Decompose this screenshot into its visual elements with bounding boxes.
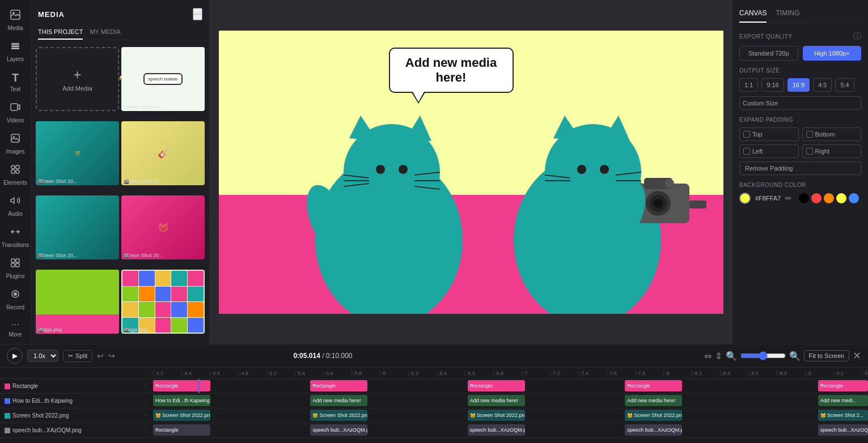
track-lock-icon[interactable]: ⋮ — [143, 427, 149, 433]
clip[interactable]: Rectangle — [310, 380, 367, 391]
tab-canvas[interactable]: CANVAS — [739, 7, 767, 23]
eyedropper-button[interactable]: ✏ — [784, 194, 793, 203]
media-more-button[interactable]: ··· — [193, 8, 202, 20]
track-content-image[interactable]: 🐱Screen Shot 2022.png 🐱Screen Shot 2022.… — [153, 408, 868, 423]
padding-bottom-button[interactable]: Bottom — [802, 127, 862, 141]
track-color-icon — [5, 384, 10, 389]
size-5-4[interactable]: 5:4 — [835, 78, 854, 92]
media-item-6[interactable]: 🎬 image.png — [36, 270, 119, 334]
tab-my-media[interactable]: MY MEDIA — [90, 25, 120, 40]
clip[interactable]: speech bub...XAzOQM.png — [468, 424, 525, 436]
color-dot-orange[interactable] — [824, 193, 834, 203]
output-size-label: OUTPUT SIZE — [739, 67, 861, 74]
speed-select[interactable]: 1.0x 0.5x 1.5x 2.0x — [27, 350, 58, 362]
clip[interactable]: 🐱Screen Shot 2022.png — [625, 410, 682, 421]
sidebar-item-plugins[interactable]: Plugins — [0, 253, 31, 284]
tab-timing[interactable]: TIMING — [776, 7, 799, 23]
svg-point-30 — [600, 165, 609, 174]
track-content-text[interactable]: How to Edi...th Kapwing Add new media he… — [153, 394, 868, 408]
clip[interactable]: How to Edi...th Kapwing — [153, 395, 210, 406]
high-1080p-button[interactable]: High 1080p+ — [803, 46, 862, 61]
bg-color-swatch[interactable] — [739, 193, 751, 204]
clip[interactable]: Rectangle — [818, 380, 868, 391]
svg-rect-4 — [11, 48, 19, 49]
transitions-icon — [10, 226, 21, 240]
size-16-9[interactable]: 16:9 — [787, 78, 810, 92]
custom-size-button[interactable]: Custom Size — [739, 96, 861, 110]
close-timeline-button[interactable]: ✕ — [853, 350, 861, 362]
clip[interactable]: speech bub...XAzOQM.png — [625, 424, 682, 436]
sidebar-item-layers[interactable]: Layers — [0, 36, 31, 67]
size-4-5[interactable]: 4:5 — [813, 78, 832, 92]
undo-button[interactable]: ↩ — [97, 351, 104, 360]
audio-icon — [10, 195, 21, 209]
sidebar-item-audio[interactable]: Audio — [0, 190, 31, 222]
sidebar-item-videos[interactable]: Videos — [0, 97, 31, 128]
track-content-rectangle-1[interactable]: Rectangle Rectangle Rectangle Rectangle … — [153, 379, 868, 393]
svg-point-36 — [654, 199, 663, 208]
clip[interactable]: 🐱Screen Shot 2... — [818, 410, 868, 421]
clip[interactable]: Rectangle — [625, 380, 682, 391]
background-color-label: BACKGROUND COLOR — [739, 182, 861, 188]
remove-padding-button[interactable]: Remove Padding — [739, 161, 861, 175]
clip[interactable]: Rectangle — [153, 424, 210, 436]
clip[interactable]: Add new media here! — [468, 395, 525, 406]
padding-top-button[interactable]: Top — [739, 127, 799, 141]
padding-top-checkbox — [743, 131, 750, 138]
standard-720p-button[interactable]: Standard 720p — [739, 46, 798, 61]
track-content-speech[interactable]: Rectangle speech bub...XAzOQM.png speech… — [153, 423, 868, 437]
media-item-3[interactable]: 🎸 🎬 Screen Shot 20... — [121, 121, 205, 185]
play-button[interactable]: ▶ — [7, 348, 23, 364]
media-item-speech-bubble[interactable]: speech bubble speech bubble i... — [121, 47, 205, 111]
clip[interactable]: 🐱Screen Shot 2022.png — [153, 410, 210, 421]
clip[interactable]: speech bub...XAzOQM.png — [310, 424, 367, 436]
sidebar-videos-label: Videos — [7, 117, 24, 123]
timeline-controls: ▶ 1.0x 0.5x 1.5x 2.0x ✂ Split ↩ ↪ 0:05.0… — [0, 344, 868, 368]
size-9-16[interactable]: 9:16 — [761, 78, 784, 92]
zoom-slider[interactable] — [740, 351, 786, 360]
color-dot-red[interactable] — [811, 193, 822, 203]
clip[interactable]: 🐱Screen Shot 2022.png — [310, 410, 367, 421]
media-item-3-label: Screen Shot 20... — [124, 178, 163, 184]
sidebar-item-more[interactable]: ··· More — [0, 315, 31, 342]
zoom-out-button[interactable]: 🔍 — [726, 351, 737, 361]
track-lock-icon[interactable]: ⋮ — [143, 412, 149, 419]
sidebar-item-media[interactable]: Media — [0, 5, 31, 36]
sidebar-item-text[interactable]: T Text — [0, 67, 31, 97]
zoom-in-icon[interactable]: ⇔ — [704, 351, 712, 361]
clip[interactable]: Rectangle — [468, 380, 525, 391]
sidebar-item-record[interactable]: Record — [0, 284, 31, 315]
clip[interactable]: speech bub...XAzOQM.png — [818, 424, 868, 436]
sidebar-item-transitions[interactable]: Transitions — [0, 222, 31, 253]
zoom-in-button[interactable]: 🔍 — [789, 351, 801, 361]
media-item-2[interactable]: 🐱 🎬 Screen Shot 20... — [36, 121, 119, 185]
clip[interactable]: Add new media here! — [310, 395, 367, 406]
color-dot-yellow[interactable] — [836, 193, 846, 203]
fit-to-screen-button[interactable]: Fit to Screen — [804, 350, 849, 361]
sidebar-item-elements[interactable]: Elements — [0, 159, 31, 190]
media-item-7[interactable]: 🎬 image.png — [121, 270, 205, 334]
clip[interactable]: Add new medi... — [818, 395, 868, 406]
track-lock-icon[interactable]: ⋮ — [143, 383, 149, 389]
padding-right-button[interactable]: Right — [802, 144, 862, 158]
clip[interactable]: Add new media here! — [625, 395, 682, 406]
sidebar-item-images[interactable]: Images — [0, 128, 31, 159]
expand-tracks-icon[interactable]: ⇕ — [715, 351, 722, 361]
plugins-icon — [10, 257, 21, 271]
svg-point-29 — [577, 165, 586, 174]
redo-button[interactable]: ↪ — [108, 351, 115, 360]
add-media-button[interactable]: + Add Media ↖ — [36, 47, 119, 111]
svg-point-22 — [376, 165, 385, 174]
padding-left-button[interactable]: Left — [739, 144, 799, 158]
clip[interactable]: Rectangle — [153, 380, 210, 391]
color-dot-black[interactable] — [799, 193, 809, 203]
size-1-1[interactable]: 1:1 — [739, 78, 758, 92]
split-button[interactable]: ✂ Split — [63, 350, 92, 362]
color-dot-blue[interactable] — [849, 193, 859, 203]
clip[interactable]: 🐱Screen Shot 2022.png — [468, 410, 525, 421]
media-item-4[interactable]: 🎬 Screen Shot 20... — [36, 195, 119, 259]
media-item-5[interactable]: 🐱 🎬 Screen Shot 20... — [121, 195, 205, 259]
tab-this-project[interactable]: THIS PROJECT — [38, 25, 83, 40]
track-lock-icon[interactable]: ⋮ — [143, 398, 149, 404]
sidebar-text-label: Text — [10, 86, 20, 92]
